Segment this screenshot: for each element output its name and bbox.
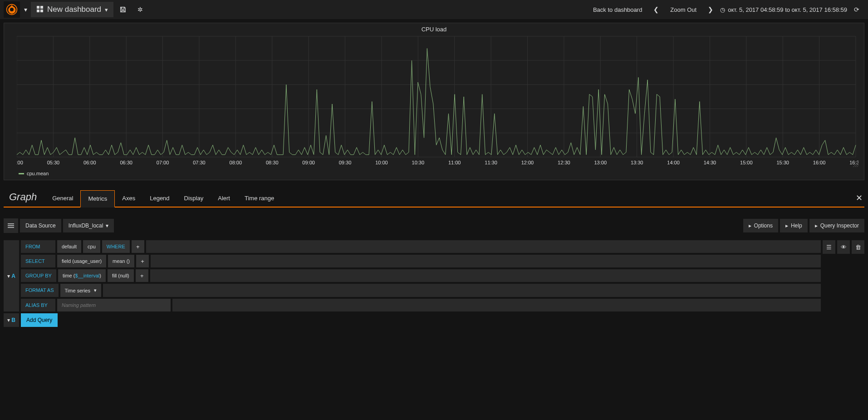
caret-right-icon: ▸ (749, 222, 751, 229)
svg-text:12:00: 12:00 (521, 160, 534, 165)
from-line: FROM default cpu WHERE + (21, 240, 821, 253)
back-to-dashboard-link[interactable]: Back to dashboard (588, 6, 647, 13)
query-letter: A (11, 273, 15, 279)
tab-general[interactable]: General (45, 190, 80, 207)
add-groupby-button[interactable]: + (136, 269, 148, 282)
chart-area[interactable]: 0102030405005:0005:3006:0006:3007:0007:3… (17, 35, 858, 167)
add-query-button[interactable]: Add Query (21, 313, 58, 327)
dashboard-dropdown[interactable]: New dashboard ▾ (31, 2, 113, 17)
from-keyword: FROM (21, 240, 55, 253)
resize-handle[interactable] (852, 161, 858, 167)
time-range-picker[interactable]: ◷ окт. 5, 2017 04:58:59 to окт. 5, 2017 … (720, 6, 847, 13)
clock-icon: ◷ (720, 6, 725, 13)
refresh-button[interactable]: ⟳ (849, 2, 864, 17)
tab-display[interactable]: Display (177, 190, 211, 207)
svg-text:15:30: 15:30 (776, 160, 789, 165)
hamburger-icon: ☰ (826, 244, 832, 251)
datasource-select[interactable]: InfluxDB_local ▾ (63, 219, 114, 232)
grafana-logo-button[interactable] (4, 1, 20, 18)
legend-swatch (19, 173, 24, 174)
query-letter: B (11, 317, 15, 323)
groupby-fill-chip[interactable]: fill (null) (108, 269, 134, 282)
select-keyword: SELECT (21, 255, 55, 267)
groupby-line: GROUP BY time ($__interval) fill (null) … (21, 269, 821, 282)
retention-policy-chip[interactable]: default (57, 240, 81, 253)
where-keyword[interactable]: WHERE (102, 240, 130, 253)
svg-text:09:00: 09:00 (302, 160, 315, 165)
query-letter-toggle[interactable]: ▾ A (4, 240, 19, 311)
plus-icon: + (140, 272, 144, 279)
time-range-label: окт. 5, 2017 04:58:59 to окт. 5, 2017 16… (728, 6, 847, 13)
time-prev-button[interactable]: ❮ (648, 2, 664, 17)
svg-rect-2 (37, 6, 39, 9)
options-button[interactable]: ▸Options (743, 219, 778, 232)
chevron-right-icon: ❯ (708, 6, 713, 13)
delete-query-button[interactable]: 🗑 (852, 240, 864, 254)
svg-rect-4 (37, 10, 39, 12)
dashboard-grid-icon (36, 5, 44, 14)
zoom-out-button[interactable]: Zoom Out (666, 6, 701, 13)
svg-text:11:30: 11:30 (485, 160, 497, 165)
svg-text:07:00: 07:00 (157, 160, 169, 165)
query-inspector-button[interactable]: ▸Query Inspector (809, 219, 864, 232)
query-row-a: ▾ A FROM default cpu WHERE + SELECT fiel… (4, 240, 864, 311)
caret-right-icon: ▸ (785, 222, 788, 229)
tab-alert[interactable]: Alert (211, 190, 237, 207)
svg-text:13:00: 13:00 (594, 160, 607, 165)
save-icon (120, 6, 126, 13)
alias-line: ALIAS BY (21, 299, 821, 311)
aggregation-chip[interactable]: mean () (108, 255, 134, 267)
legend-label[interactable]: cpu.mean (27, 171, 49, 176)
add-where-button[interactable]: + (132, 240, 144, 253)
chart-legend: cpu.mean (4, 169, 864, 180)
add-select-button[interactable]: + (136, 255, 149, 267)
svg-point-1 (10, 8, 14, 11)
plus-icon: + (141, 258, 144, 265)
query-row-b: ▾ B Add Query (4, 313, 864, 327)
plus-icon: + (136, 243, 140, 250)
svg-text:14:00: 14:00 (667, 160, 680, 165)
gear-icon: ✲ (137, 6, 143, 13)
caret-down-icon: ▾ (7, 273, 10, 279)
query-menu-button[interactable]: ☰ (823, 240, 835, 254)
svg-text:06:30: 06:30 (120, 160, 132, 165)
chevron-down-icon: ▾ (94, 287, 97, 293)
svg-text:13:30: 13:30 (631, 160, 643, 165)
refresh-icon: ⟳ (854, 6, 859, 13)
help-button[interactable]: ▸Help (780, 219, 808, 232)
tab-axes[interactable]: Axes (115, 190, 142, 207)
query-row-actions: ☰ 👁 🗑 (823, 240, 864, 311)
datasource-row: Data Source InfluxDB_local ▾ ▸Options ▸H… (4, 218, 864, 233)
groupby-time-chip[interactable]: time ($__interval) (58, 269, 106, 282)
toggle-query-visibility-button[interactable]: 👁 (837, 240, 850, 254)
measurement-chip[interactable]: cpu (83, 240, 100, 253)
svg-text:05:30: 05:30 (47, 160, 60, 165)
settings-button[interactable]: ✲ (132, 2, 148, 17)
tab-metrics[interactable]: Metrics (80, 190, 115, 208)
time-next-button[interactable]: ❯ (703, 2, 718, 17)
format-line: FORMAT AS Time series ▾ (21, 284, 821, 297)
svg-text:11:00: 11:00 (448, 160, 461, 165)
caret-down-icon: ▾ (7, 317, 10, 323)
editor-tabs: Graph GeneralMetricsAxesLegendDisplayAle… (4, 188, 864, 208)
svg-text:10:30: 10:30 (412, 160, 425, 165)
toggle-editor-mode-button[interactable] (4, 218, 18, 233)
tab-time-range[interactable]: Time range (237, 190, 281, 207)
zoom-out-label: Zoom Out (670, 6, 696, 13)
tab-legend[interactable]: Legend (142, 190, 177, 207)
format-keyword: FORMAT AS (21, 284, 59, 297)
chevron-left-icon: ❮ (653, 6, 659, 13)
trash-icon: 🗑 (855, 244, 861, 251)
query-letter-toggle[interactable]: ▾ B (4, 313, 19, 327)
select-line: SELECT field (usage_user) mean () + (21, 255, 821, 267)
svg-text:08:00: 08:00 (230, 160, 242, 165)
svg-rect-5 (40, 10, 43, 12)
save-button[interactable] (115, 2, 131, 17)
panel-title[interactable]: CPU load (4, 23, 864, 35)
close-icon: ✕ (856, 193, 863, 203)
field-chip[interactable]: field (usage_user) (57, 255, 106, 267)
close-editor-button[interactable]: ✕ (856, 193, 863, 203)
format-select[interactable]: Time series ▾ (60, 284, 101, 297)
alias-input[interactable] (57, 299, 171, 311)
logo-caret-icon[interactable]: ▾ (22, 2, 29, 17)
